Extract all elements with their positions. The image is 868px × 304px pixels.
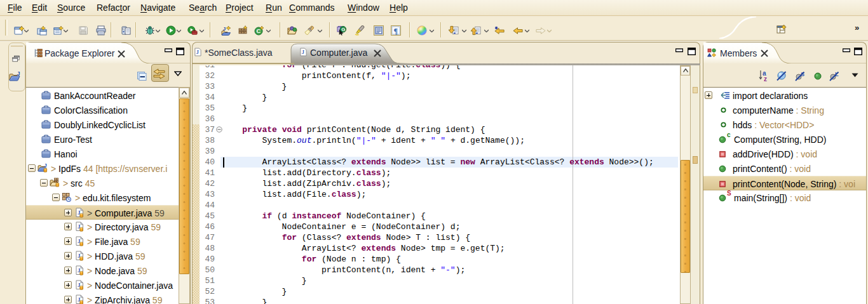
- svg-text:¶: ¶: [394, 27, 398, 36]
- svg-text:G: G: [341, 27, 345, 32]
- svg-text:C: C: [257, 27, 261, 34]
- svg-text:J: J: [196, 50, 199, 55]
- svg-text:J: J: [17, 71, 20, 77]
- svg-text:J: J: [302, 50, 304, 55]
- svg-text:z: z: [764, 76, 767, 82]
- svg-text:J: J: [223, 26, 226, 32]
